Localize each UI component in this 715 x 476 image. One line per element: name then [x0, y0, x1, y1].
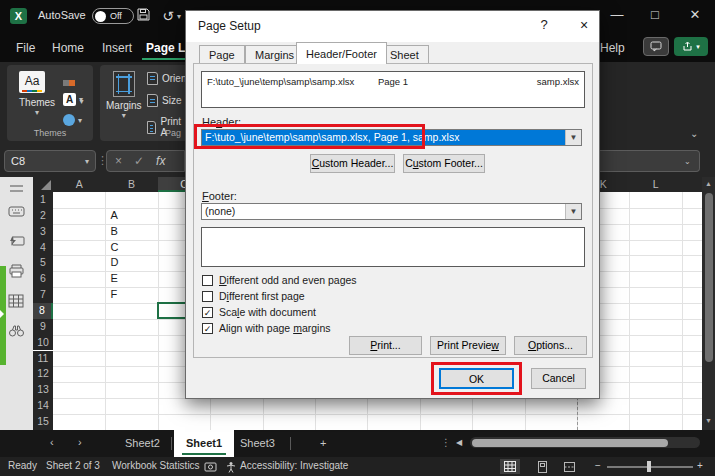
cell-B7[interactable]: F	[105, 287, 157, 303]
zoom-in-button[interactable]: +	[697, 460, 703, 471]
scroll-down-icon[interactable]: ▼	[702, 417, 715, 424]
accessibility-icon[interactable]	[225, 461, 237, 473]
options-button[interactable]: Options...	[514, 336, 587, 355]
cell-B3[interactable]: B	[105, 224, 157, 240]
cell-B4[interactable]: C	[105, 240, 157, 256]
row-header-3[interactable]: 3	[33, 224, 53, 240]
cancel-button[interactable]: Cancel	[531, 368, 586, 389]
row-header-4[interactable]: 4	[33, 240, 53, 256]
window-close-button[interactable]: ✕	[680, 0, 710, 30]
table-icon[interactable]	[8, 294, 25, 311]
sheet-tab-sheet3[interactable]: Sheet3	[228, 430, 287, 457]
sheet-prev-icon[interactable]: ‹	[50, 436, 54, 448]
print-button[interactable]: Print...	[349, 336, 422, 355]
theme-fonts-button[interactable]: A▾	[63, 93, 83, 106]
zoom-out-button[interactable]: −	[595, 460, 601, 471]
row-header-8[interactable]: 8	[33, 303, 53, 319]
confirm-entry-icon[interactable]: ✓	[134, 154, 144, 168]
cell-B5[interactable]: D	[105, 255, 157, 271]
keyboard-icon[interactable]	[8, 204, 25, 221]
maximize-button[interactable]: □	[640, 0, 670, 30]
cell-B6[interactable]: E	[105, 271, 157, 287]
tab-help[interactable]: Help	[596, 36, 629, 60]
tab-file[interactable]: File	[12, 36, 39, 60]
horizontal-scroll-thumb[interactable]	[472, 439, 668, 447]
size-button[interactable]: Size▾	[147, 94, 189, 107]
hscroll-left-icon[interactable]: ◀	[456, 438, 462, 447]
dialog-close-button[interactable]: ×	[574, 17, 594, 37]
printer-icon[interactable]	[8, 263, 25, 280]
camera-icon[interactable]	[204, 461, 217, 472]
vertical-scrollbar[interactable]: ▲ ▼	[702, 177, 715, 430]
undo-dropdown-icon[interactable]: ▾	[177, 12, 181, 21]
insert-function-icon[interactable]: fx	[156, 154, 165, 168]
checkbox-different-first-page[interactable]: Different first page	[202, 290, 305, 302]
row-header-11[interactable]: 11	[33, 351, 53, 367]
flash-panel-icon[interactable]	[8, 234, 25, 251]
checkbox-scale-with-document[interactable]: ✓ Scale with document	[202, 306, 316, 318]
checkbox-icon[interactable]: ✓	[202, 307, 213, 318]
dialog-tab-page[interactable]: Page	[199, 45, 245, 64]
select-all-corner[interactable]	[33, 177, 53, 192]
add-sheet-button[interactable]: +	[308, 430, 338, 457]
checkbox-icon[interactable]	[202, 291, 213, 302]
checkbox-icon[interactable]: ✓	[202, 323, 213, 334]
view-page-layout-button[interactable]	[532, 459, 552, 474]
row-header-15[interactable]: 15	[33, 414, 53, 430]
comments-button[interactable]	[643, 37, 669, 56]
column-header-M[interactable]: M	[682, 177, 702, 192]
sheet-next-icon[interactable]: ›	[78, 436, 82, 448]
save-icon[interactable]	[136, 7, 156, 25]
themes-button[interactable]: Aa Themes ▾	[19, 71, 55, 117]
custom-header-button[interactable]: Custom Header...	[310, 154, 395, 173]
orientation-button[interactable]: Orient	[147, 72, 189, 85]
dialog-tab-sheet[interactable]: Sheet	[380, 45, 429, 64]
scroll-up-icon[interactable]: ▲	[702, 180, 715, 187]
row-header-5[interactable]: 5	[33, 255, 53, 271]
column-header-B[interactable]: B	[105, 177, 157, 192]
minimize-button[interactable]: —	[602, 0, 632, 30]
dialog-help-button[interactable]: ?	[534, 17, 554, 37]
header-select-dropdown-icon[interactable]: ▼	[565, 130, 581, 145]
theme-effects-button[interactable]: ▾	[63, 114, 82, 126]
footer-select-dropdown-icon[interactable]: ▼	[565, 204, 581, 219]
tab-options-handle-icon[interactable]: ⋮	[441, 437, 451, 448]
tab-home[interactable]: Home	[48, 36, 88, 60]
view-normal-button[interactable]	[500, 459, 520, 474]
formula-input-right[interactable]: ⌄	[600, 150, 700, 172]
dialog-tab-header-footer[interactable]: Header/Footer	[296, 42, 387, 64]
horizontal-scrollbar[interactable]	[470, 437, 700, 448]
share-button[interactable]: ▾	[674, 37, 708, 56]
column-header-A[interactable]: A	[53, 177, 105, 192]
print-preview-button[interactable]: Print Preview	[430, 336, 506, 355]
drag-handle-icon[interactable]	[10, 185, 23, 192]
checkbox-align-page-margins[interactable]: ✓ Align with page margins	[202, 322, 331, 334]
sheet-tab-sheet2[interactable]: Sheet2	[113, 430, 172, 457]
custom-footer-button[interactable]: Custom Footer...	[403, 154, 485, 173]
checkbox-icon[interactable]	[202, 275, 213, 286]
accessibility-status[interactable]: Accessibility: Investigate	[240, 460, 348, 471]
sheet-tab-sheet1[interactable]: Sheet1	[174, 430, 234, 457]
formula-bar-expand-icon[interactable]: ⌄	[684, 157, 691, 166]
row-header-7[interactable]: 7	[33, 287, 53, 303]
row-header-9[interactable]: 9	[33, 319, 53, 335]
undo-icon[interactable]: ↺	[158, 7, 178, 25]
vertical-scroll-thumb[interactable]	[705, 193, 713, 362]
margins-button[interactable]: Margins ▾	[106, 71, 142, 120]
zoom-slider-thumb[interactable]	[647, 461, 651, 472]
row-header-13[interactable]: 13	[33, 382, 53, 398]
checkbox-different-odd-even[interactable]: Different odd and even pages	[202, 274, 357, 286]
row-header-1[interactable]: 1	[33, 192, 53, 208]
row-header-6[interactable]: 6	[33, 271, 53, 287]
name-box[interactable]: C8 ▾	[4, 150, 96, 172]
cancel-entry-icon[interactable]: ×	[115, 154, 122, 168]
binoculars-icon[interactable]	[8, 324, 25, 341]
row-header-2[interactable]: 2	[33, 208, 53, 224]
view-page-break-button[interactable]	[559, 459, 579, 474]
row-header-12[interactable]: 12	[33, 366, 53, 382]
cell-B2[interactable]: A	[105, 208, 157, 224]
column-header-L[interactable]: L	[629, 177, 681, 192]
row-header-14[interactable]: 14	[33, 398, 53, 414]
footer-select[interactable]: (none) ▼	[201, 203, 582, 220]
ribbon-collapse-icon[interactable]: ⌄	[690, 128, 698, 139]
